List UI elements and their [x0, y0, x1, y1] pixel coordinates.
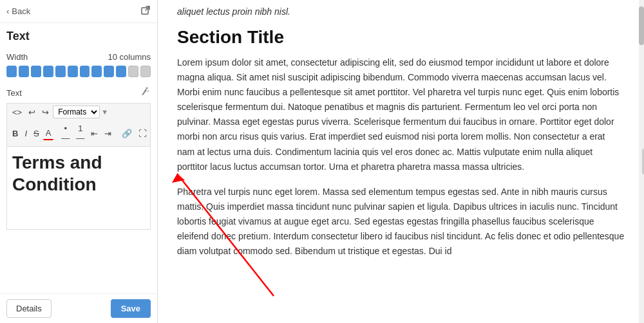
italic-btn[interactable]: I — [22, 127, 30, 140]
code-btn[interactable]: <> — [10, 106, 24, 118]
details-button[interactable]: Details — [6, 299, 52, 318]
width-row: Width 10 columns — [6, 52, 151, 62]
width-block-8[interactable] — [104, 66, 114, 77]
body-paragraph-1: Lorem ipsum dolor sit amet, consectetur … — [177, 55, 625, 174]
width-block-5[interactable] — [68, 66, 78, 77]
width-label: Width — [6, 52, 28, 62]
font-color-btn[interactable]: A — [43, 127, 54, 140]
undo-btn[interactable]: ↩ — [26, 106, 38, 118]
width-block-0[interactable] — [6, 66, 17, 77]
indent-decrease-btn[interactable]: ⇤ — [88, 127, 100, 140]
width-block-9[interactable] — [116, 66, 126, 77]
svg-point-1 — [146, 88, 148, 89]
bold-btn[interactable]: B — [10, 127, 21, 140]
left-header: ‹ Back — [0, 0, 157, 23]
top-text: aliquet lectus proin nibh nisl. — [177, 6, 625, 17]
width-block-6[interactable] — [80, 66, 90, 77]
width-block-2[interactable] — [31, 66, 41, 77]
width-value: 10 columns — [108, 52, 151, 62]
external-link-icon — [140, 5, 151, 15]
back-button[interactable]: ‹ Back — [6, 6, 30, 16]
width-block-4[interactable] — [55, 66, 66, 77]
fullscreen-btn[interactable]: ⛶ — [136, 127, 149, 140]
left-panel: ‹ Back Text Width 10 columns Text — [0, 0, 158, 323]
text-section-label: Text — [6, 88, 22, 98]
section-name-label: Text — [6, 30, 151, 43]
text-editor[interactable]: Terms and Condition — [6, 146, 151, 230]
width-block-11[interactable] — [140, 66, 151, 77]
strikethrough-btn[interactable]: S — [31, 127, 42, 140]
back-label: Back — [12, 6, 30, 16]
editor-content: Terms and Condition — [12, 152, 145, 195]
toolbar-row-2: B I S A •— 1— ⇤ ⇥ 🔗 ⛶ — [6, 120, 151, 146]
back-chevron-icon: ‹ — [6, 6, 9, 16]
bullet-list-btn[interactable]: •— — [59, 122, 72, 144]
dropdown-arrow-icon: ▼ — [101, 108, 108, 116]
formats-select[interactable]: Formats — [53, 106, 100, 118]
section-title: Section Title — [177, 27, 625, 48]
text-section-header: Text — [6, 86, 151, 99]
right-panel: aliquet lectus proin nibh nisl. Section … — [158, 0, 644, 323]
magic-wand-icon — [140, 86, 151, 97]
width-block-10[interactable] — [128, 66, 138, 77]
redo-btn[interactable]: ↪ — [39, 106, 52, 118]
width-block-1[interactable] — [19, 66, 29, 77]
link-btn[interactable]: 🔗 — [119, 127, 135, 140]
magic-icon-button[interactable] — [140, 86, 151, 99]
panel-content: Text Width 10 columns Text <> ↩ ↪ Format… — [0, 23, 157, 293]
numbered-list-btn[interactable]: 1— — [73, 122, 87, 144]
save-button[interactable]: Save — [111, 299, 151, 318]
svg-marker-3 — [172, 174, 185, 183]
indent-increase-btn[interactable]: ⇥ — [102, 127, 114, 140]
resize-handle[interactable] — [641, 0, 644, 323]
panel-footer: Details Save — [0, 293, 157, 323]
width-block-7[interactable] — [91, 66, 102, 77]
width-block-3[interactable] — [43, 66, 53, 77]
edit-icon-button[interactable] — [140, 5, 151, 17]
width-blocks — [6, 66, 151, 77]
toolbar-row-1: <> ↩ ↪ Formats ▼ — [6, 103, 151, 120]
body-paragraph-2: Pharetra vel turpis nunc eget lorem. Mas… — [177, 185, 625, 259]
